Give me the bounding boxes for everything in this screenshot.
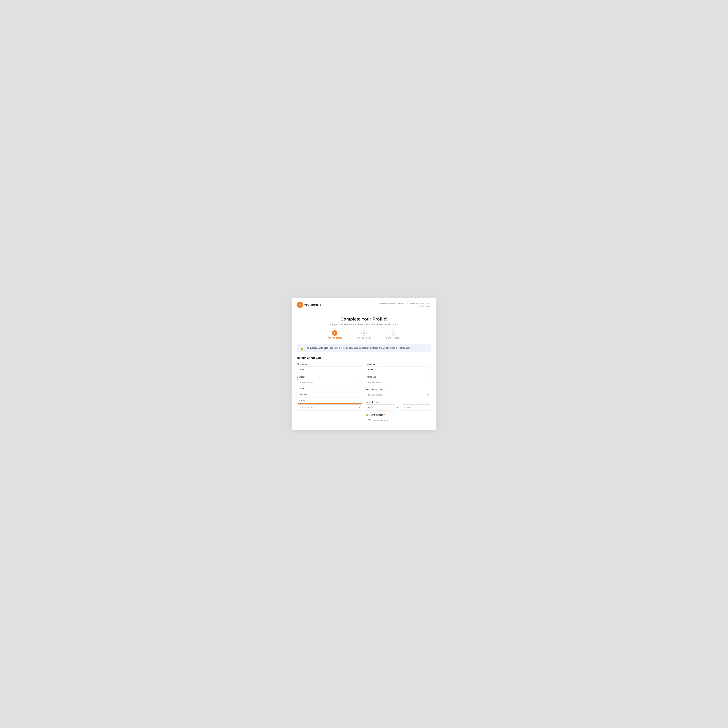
section-title: Details about you — [297, 356, 431, 360]
step-2-label: More about you — [357, 337, 371, 339]
step-3-circle: 3 — [391, 330, 396, 336]
last-name-group: Last name* — [366, 363, 431, 373]
relationship-status-select[interactable]: Please select — [366, 392, 431, 398]
feet-input-wrapper: ▲ ▼ — [366, 404, 395, 411]
last-name-input[interactable] — [366, 367, 431, 373]
main-content: Complete Your Profile! Your personal det… — [292, 311, 436, 430]
height-and-label: and — [396, 406, 400, 409]
last-name-label: Last name* — [366, 363, 431, 366]
phone-input[interactable] — [366, 417, 431, 423]
height-row: ▲ ▼ and ▲ ▼ — [366, 404, 431, 411]
gender-dropdown-trigger[interactable]: Please select ▲ — [297, 379, 362, 385]
step-line-1 — [342, 333, 357, 333]
phone-group: 🔒 Phone number* — [366, 414, 431, 423]
relationship-status-select-wrapper: Please select ▼ — [366, 392, 431, 398]
first-name-input[interactable] — [297, 367, 362, 373]
gender-option-male[interactable]: Male — [297, 385, 362, 391]
gender-placeholder: Please select — [300, 381, 313, 384]
form-grid: First name* Last name* Gender* Please se… — [297, 363, 431, 423]
logo: ∞ yourstoHold — [297, 302, 321, 308]
step-3-label: Payment details — [386, 337, 401, 339]
page-subtitle: Your personal details are important to m… — [297, 323, 431, 326]
chevron-up-icon: ▲ — [354, 381, 356, 383]
step-1-label: Personal details — [327, 337, 342, 339]
pronounce-select-wrapper: Please select ▼ — [366, 379, 431, 385]
how-tall-label: How tall I am* — [366, 401, 431, 404]
feet-input[interactable] — [366, 404, 395, 411]
pronounce-select[interactable]: Please select — [366, 379, 431, 385]
inches-spinners: ▲ ▼ — [428, 405, 430, 410]
feet-down-button[interactable]: ▼ — [392, 408, 394, 410]
step-line-2 — [371, 333, 386, 333]
inches-down-button[interactable]: ▼ — [428, 408, 430, 410]
relationship-status-group: Relationship status* Please select ▼ — [366, 388, 431, 398]
step-payment-details: 3 Payment details — [386, 330, 401, 339]
gender-option-female[interactable]: Female — [297, 391, 362, 398]
info-box-text: The questions with a lock icon next to i… — [305, 346, 410, 350]
what-kind-select-wrapper: Please select ▼ — [297, 404, 362, 411]
logo-text: yourstoHold — [304, 303, 321, 306]
steps-container: 1 Personal details 2 More about you 3 Pa… — [297, 330, 431, 339]
step-1-circle: 1 — [332, 330, 337, 336]
logo-icon: ∞ — [297, 302, 303, 308]
phone-label: 🔒 Phone number* — [366, 414, 431, 416]
page-title: Complete Your Profile! — [297, 317, 431, 322]
gender-option-other[interactable]: Other — [297, 398, 362, 404]
what-kind-select[interactable]: Please select — [297, 404, 362, 411]
inches-input[interactable] — [402, 404, 431, 411]
step-personal-details: 1 Personal details — [327, 330, 342, 339]
inches-up-button[interactable]: ▲ — [428, 405, 430, 407]
phone-lock-icon: 🔒 — [366, 414, 368, 416]
first-name-label: First name* — [297, 363, 362, 366]
relationship-status-label: Relationship status* — [366, 388, 431, 391]
page-card: ∞ yourstoHold " Loved you yesterday, lov… — [292, 298, 436, 430]
how-tall-group: How tall I am* ▲ ▼ and ▲ — [366, 401, 431, 411]
header-quote: " Loved you yesterday, love you still, a… — [379, 302, 431, 307]
feet-spinners: ▲ ▼ — [392, 405, 394, 410]
first-name-group: First name* — [297, 363, 362, 373]
feet-up-button[interactable]: ▲ — [392, 405, 394, 407]
gender-dropdown-wrapper: Please select ▲ Male Female Other — [297, 379, 362, 385]
pronounce-group: Pronounce Please select ▼ — [366, 376, 431, 385]
info-box: 🔒 The questions with a lock icon next to… — [297, 344, 431, 352]
step-more-about-you: 2 More about you — [357, 330, 371, 339]
lock-info-icon: 🔒 — [300, 347, 303, 350]
gender-group: Gender* Please select ▲ Male Female Othe… — [297, 376, 362, 385]
pronounce-label: Pronounce — [366, 376, 431, 378]
header: ∞ yourstoHold " Loved you yesterday, lov… — [292, 298, 436, 311]
gender-label: Gender* — [297, 376, 362, 378]
inches-input-wrapper: ▲ ▼ — [402, 404, 431, 411]
gender-dropdown-list: Male Female Other — [297, 385, 362, 404]
step-2-circle: 2 — [361, 330, 367, 336]
